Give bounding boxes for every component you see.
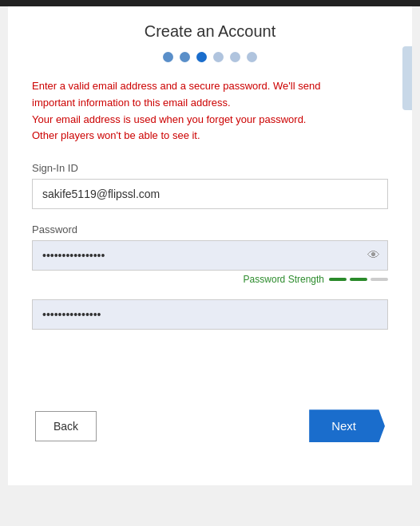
- password-label: Password: [32, 223, 388, 235]
- step-dots: [32, 52, 388, 62]
- strength-bar-3: [370, 278, 388, 281]
- next-button[interactable]: Next: [309, 409, 385, 442]
- dot-3: [196, 52, 207, 62]
- dot-5: [230, 52, 240, 62]
- right-accent: [402, 46, 412, 110]
- password-strength-label: Password Strength: [244, 274, 324, 285]
- dot-4: [213, 52, 224, 62]
- eye-icon[interactable]: 👁: [367, 248, 380, 263]
- dot-1: [163, 52, 173, 62]
- signin-id-label: Sign-In ID: [32, 162, 388, 174]
- dot-6: [247, 52, 257, 62]
- confirm-password-input[interactable]: [32, 299, 388, 330]
- password-input[interactable]: [32, 240, 388, 271]
- page-title: Create an Account: [32, 22, 388, 41]
- main-card: Create an Account Enter a valid email ad…: [8, 6, 412, 485]
- header: Create an Account: [32, 22, 388, 62]
- back-button[interactable]: Back: [35, 411, 97, 441]
- top-bar: [0, 0, 420, 6]
- password-wrapper: 👁: [32, 240, 388, 271]
- info-text: Enter a valid email address and a secure…: [32, 78, 388, 144]
- strength-bars: [329, 278, 388, 281]
- signin-id-input[interactable]: [32, 179, 388, 209]
- confirm-password-group: [32, 299, 388, 330]
- strength-bar-2: [350, 278, 367, 281]
- signin-id-group: Sign-In ID: [32, 162, 388, 209]
- footer: Back Next: [32, 409, 388, 442]
- dot-2: [180, 52, 190, 62]
- password-strength-row: Password Strength: [32, 274, 388, 285]
- strength-bar-1: [329, 278, 347, 281]
- password-group: Password 👁 Password Strength: [32, 223, 388, 285]
